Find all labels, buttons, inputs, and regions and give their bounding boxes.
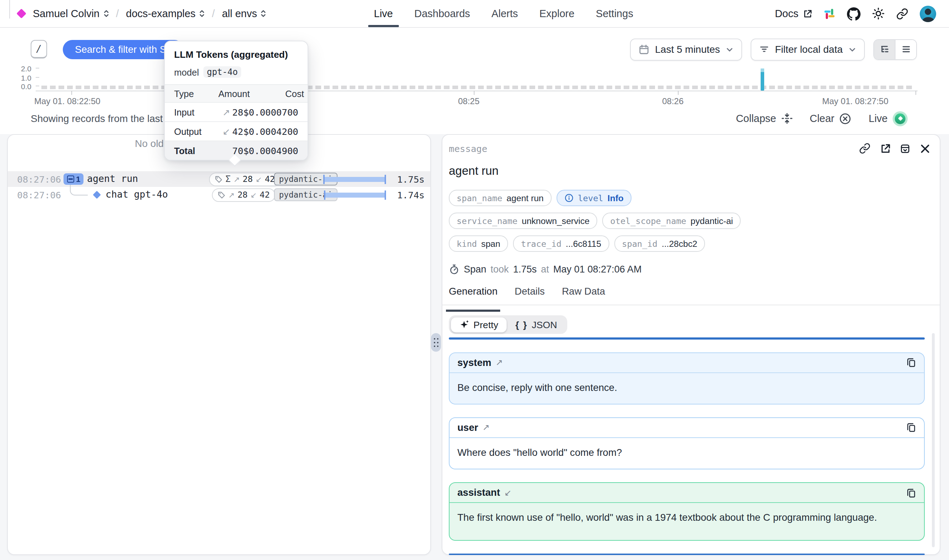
service-name-pill[interactable]: service_nameunknown_service [449,212,598,229]
env-name: all envs [222,8,257,19]
live-label: Live [869,113,887,124]
tag-icon [218,191,226,198]
tree-view-button[interactable] [874,40,895,59]
tree-view-icon [880,44,889,54]
collapse-button[interactable]: Collapse [736,113,793,124]
header-actions: Docs [775,0,936,27]
filter-icon [759,44,769,54]
json-toggle-button[interactable]: { } JSON [507,317,566,332]
output-tokens: 42 [265,174,275,184]
tooltip-row-total: Total 70 $0.0004900 [165,140,308,160]
x-tick-label: May 01. 08:27:50 [810,96,888,106]
span-name: agent run [87,173,138,184]
record-kind-label: message [449,143,488,154]
kind-pill[interactable]: kindspan [449,235,508,252]
duration-bar[interactable] [323,177,386,182]
theme-sun-icon[interactable] [872,7,885,20]
attribute-pills-row: span_nameagent run levelInfo [442,190,940,206]
direction-arrow-icon: ↙ [504,488,512,498]
github-icon[interactable] [847,7,861,20]
filter-local-data-dropdown[interactable]: Filter local data [751,38,865,60]
span-name-pill[interactable]: span_nameagent run [449,190,552,206]
copy-link-icon[interactable] [859,143,871,154]
output-arrow-icon: ↙ [223,126,230,137]
token-usage-pill[interactable]: Σ ↗28 ↙42 [209,172,281,186]
trace-id-pill[interactable]: trace_id...6c8115 [513,235,609,252]
clear-button[interactable]: Clear [809,112,851,125]
histogram-bar[interactable] [761,68,764,91]
duration-bar[interactable] [324,192,386,197]
span-id-pill[interactable]: span_id...28cbc2 [614,235,705,252]
role-label: assistant [457,488,500,498]
nav-dashboards[interactable]: Dashboards [414,0,470,27]
pretty-toggle-button[interactable]: Pretty [451,317,507,332]
nav-alerts[interactable]: Alerts [492,0,518,27]
chevron-updown-icon [103,9,109,18]
user-avatar[interactable] [920,5,936,22]
span-name: chat gpt-4o [106,189,168,200]
direction-arrow-icon: ↗ [495,357,503,368]
output-tokens: 42 [260,190,270,200]
x-tick [678,91,679,95]
x-tick [474,91,475,95]
nav-explore[interactable]: Explore [540,0,574,27]
x-tick-label: May 01. 08:22:50 [34,96,100,106]
span-duration-line: Span took 1.75s at May 01 08:27:06 AM [442,264,940,275]
close-icon[interactable] [920,143,931,154]
x-tick-label: 08:25 [458,96,480,106]
span-diamond-icon [93,191,101,198]
otel-scope-pill[interactable]: otel_scope_namepydantic-ai [603,212,741,229]
duration-value: 1.74s [388,189,425,200]
nav-live[interactable]: Live [374,0,393,27]
collapse-children-badge[interactable]: 1 [63,173,83,185]
env-selector[interactable]: all envs [222,8,266,19]
docs-link[interactable]: Docs [775,8,812,19]
y-tick-label: 0.0 [0,82,31,91]
scroll-bottom-boundary [449,553,925,555]
tab-raw-data[interactable]: Raw Data [562,286,605,305]
tooltip-model-row: model gpt-4o [174,66,298,78]
system-message-card: system ↗ Be concise, reply with one sent… [449,352,925,405]
time-range-dropdown[interactable]: Last 5 minutes [630,38,742,60]
messages-area: system ↗ Be concise, reply with one sent… [449,337,925,555]
input-tokens: 28 [243,174,252,184]
tab-details[interactable]: Details [515,286,545,305]
detail-header-actions [859,143,931,154]
copy-button[interactable] [906,357,916,368]
tab-generation[interactable]: Generation [449,286,498,305]
scrollbar[interactable] [932,333,935,547]
list-view-button[interactable] [895,40,916,59]
direction-arrow-icon: ↗ [482,423,489,433]
llm-tokens-tooltip: LLM Tokens (aggregated) model gpt-4o Typ… [164,41,308,160]
slash-shortcut-key[interactable]: / [31,40,47,58]
calendar-icon [638,44,649,55]
attribute-pills-row: service_nameunknown_service otel_scope_n… [442,212,940,229]
nav-settings[interactable]: Settings [596,0,633,27]
share-link-icon[interactable] [896,8,908,20]
copy-button[interactable] [906,488,916,498]
top-header: Samuel Colvin / docs-examples / all envs… [0,0,949,28]
status-row: Showing records from the last 5 m Collap… [31,111,907,126]
external-link-icon [803,9,812,18]
token-usage-pill[interactable]: ↗28 ↙42 [212,188,275,202]
chevron-updown-icon [261,9,266,18]
org-selector[interactable]: Samuel Colvin [33,8,109,19]
copy-button[interactable] [906,423,916,433]
duration-value: 1.75s [388,174,425,185]
dock-panel-icon[interactable] [900,143,911,154]
status-actions: Collapse Clear Live [736,111,907,126]
model-value: gpt-4o [203,66,241,78]
x-tick [71,91,72,95]
y-tick [36,68,39,69]
level-pill[interactable]: levelInfo [557,190,632,206]
panel-resize-handle[interactable] [431,333,441,352]
chevron-updown-icon [199,9,205,18]
trace-row-chat-gpt4o[interactable]: 08:27:06 chat gpt-4o ↗28 ↙42 pydantic-ai… [8,187,430,203]
y-tick-label: 1.0 [0,73,31,82]
slack-icon[interactable] [823,8,835,20]
child-count: 1 [76,175,80,183]
open-external-icon[interactable] [880,143,891,154]
span-title: agent run [442,154,940,178]
live-toggle[interactable]: Live [869,111,907,126]
project-selector[interactable]: docs-examples [126,8,205,19]
